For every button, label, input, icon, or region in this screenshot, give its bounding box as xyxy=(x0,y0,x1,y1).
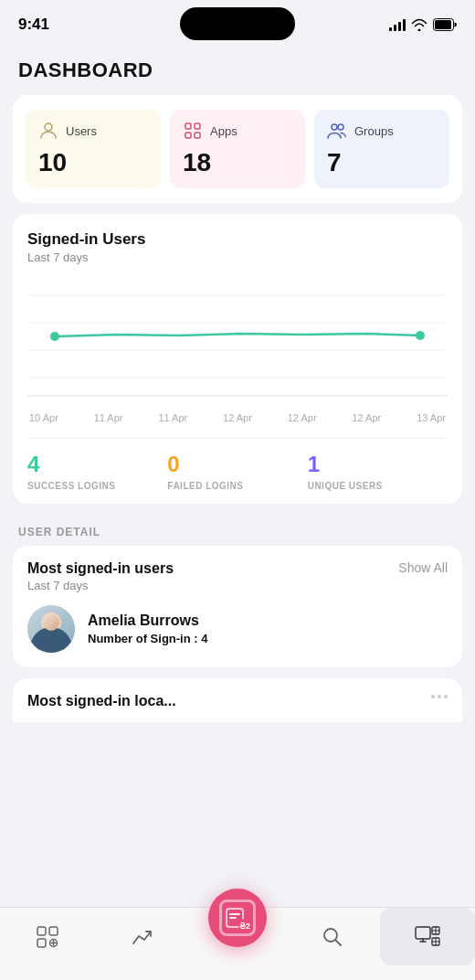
detail-card-title: Most signed-in users xyxy=(27,560,174,577)
user-name: Amelia Burrows xyxy=(88,612,207,629)
svg-rect-24 xyxy=(416,927,430,939)
detail-card-titles: Most signed-in users Last 7 days xyxy=(27,560,174,592)
tab-apps[interactable] xyxy=(0,908,95,965)
stats-cards: Users 10 Apps 18 xyxy=(13,95,462,203)
battery-icon xyxy=(433,18,457,31)
svg-point-15 xyxy=(416,331,425,340)
svg-point-14 xyxy=(50,332,59,341)
location-card-title: Most signed-in loca... xyxy=(27,693,448,709)
dot-3 xyxy=(444,695,448,698)
unique-users-value: 1 xyxy=(308,452,320,477)
svg-point-7 xyxy=(332,124,337,130)
tab-search[interactable] xyxy=(285,908,380,965)
show-all-button[interactable]: Show All xyxy=(398,560,448,575)
login-stats: 4 SUCCESS LOGINS 0 FAILED LOGINS 1 UNIQU… xyxy=(27,438,448,491)
chart-x-label-0: 10 Apr xyxy=(29,412,58,423)
failed-logins-label: FAILED LOGINS xyxy=(167,481,243,491)
avatar xyxy=(27,605,75,653)
chart-subtitle: Last 7 days xyxy=(27,250,448,264)
svg-rect-4 xyxy=(195,123,200,129)
detail-card-header: Most signed-in users Last 7 days Show Al… xyxy=(27,560,448,592)
dot-2 xyxy=(438,695,441,698)
dashboard-header: DASHBOARD xyxy=(0,49,475,95)
chart-x-label-5: 12 Apr xyxy=(352,412,381,423)
unique-users-stat: 1 UNIQUE USERS xyxy=(308,452,448,491)
dot-1 xyxy=(431,695,435,698)
most-signed-in-location-card: Most signed-in loca... xyxy=(13,678,462,722)
groups-value: 7 xyxy=(327,148,437,177)
users-label: Users xyxy=(66,124,97,138)
status-time: 9:41 xyxy=(18,16,49,34)
groups-stat-card[interactable]: Groups 7 xyxy=(314,110,449,188)
success-logins-label: SUCCESS LOGINS xyxy=(27,481,115,491)
user-row: Amelia Burrows Number of Sign-in : 4 xyxy=(27,605,448,653)
page-title: DASHBOARD xyxy=(18,59,457,82)
detail-card-subtitle: Last 7 days xyxy=(27,579,174,592)
status-icons xyxy=(389,18,457,31)
users-icon xyxy=(38,121,58,141)
svg-text:₴2: ₴2 xyxy=(239,921,250,931)
user-info: Amelia Burrows Number of Sign-in : 4 xyxy=(88,612,207,645)
users-card-header: Users xyxy=(38,121,148,141)
chart-x-label-4: 12 Apr xyxy=(288,412,317,423)
search-tab-icon xyxy=(321,925,344,949)
apps-stat-card[interactable]: Apps 18 xyxy=(170,110,305,188)
groups-card-header: Groups xyxy=(327,121,437,141)
user-signin-count: Number of Sign-in : 4 xyxy=(88,632,207,645)
svg-rect-5 xyxy=(185,133,191,138)
settings-tab-icon xyxy=(414,925,441,949)
apps-icon xyxy=(183,121,203,141)
users-value: 10 xyxy=(38,148,148,177)
chart-title: Signed-in Users xyxy=(27,230,448,249)
chart-x-labels: 10 Apr 11 Apr 11 Apr 12 Apr 12 Apr 12 Ap… xyxy=(27,412,448,423)
svg-line-23 xyxy=(335,940,341,945)
dots-menu[interactable] xyxy=(431,695,448,698)
groups-icon xyxy=(327,121,347,141)
dynamic-island xyxy=(180,7,295,40)
chart-svg xyxy=(27,277,448,405)
fab-icon: ₴2 xyxy=(219,900,256,936)
chart-x-label-2: 11 Apr xyxy=(158,412,187,423)
svg-rect-6 xyxy=(195,133,200,138)
chart-card: Signed-in Users Last 7 days 10 Apr 11 Ap… xyxy=(13,214,462,504)
users-stat-card[interactable]: Users 10 xyxy=(26,110,161,188)
svg-point-2 xyxy=(45,123,52,131)
signal-icon xyxy=(389,18,406,31)
failed-logins-stat: 0 FAILED LOGINS xyxy=(167,452,307,491)
apps-tab-icon xyxy=(36,925,59,949)
failed-logins-value: 0 xyxy=(167,452,179,477)
chart-x-label-1: 11 Apr xyxy=(94,412,123,423)
chart-area: 10 Apr 11 Apr 11 Apr 12 Apr 12 Apr 12 Ap… xyxy=(27,277,448,423)
groups-label: Groups xyxy=(354,124,394,138)
svg-rect-18 xyxy=(37,939,46,947)
tab-analytics[interactable] xyxy=(95,908,190,965)
apps-card-header: Apps xyxy=(183,121,292,141)
svg-rect-1 xyxy=(435,20,451,29)
svg-rect-3 xyxy=(185,123,191,129)
svg-point-8 xyxy=(338,124,343,130)
apps-value: 18 xyxy=(183,148,292,177)
wifi-icon xyxy=(411,18,428,31)
user-detail-section-label: USER DETAIL xyxy=(0,515,475,546)
tab-settings[interactable] xyxy=(380,908,475,965)
most-signed-in-card: Most signed-in users Last 7 days Show Al… xyxy=(13,546,462,667)
success-logins-value: 4 xyxy=(27,452,39,477)
unique-users-label: UNIQUE USERS xyxy=(308,481,383,491)
analytics-tab-icon xyxy=(131,925,154,949)
success-logins-stat: 4 SUCCESS LOGINS xyxy=(27,452,167,491)
apps-label: Apps xyxy=(210,124,238,138)
fab-button[interactable]: ₴2 xyxy=(208,889,267,947)
chart-x-label-3: 12 Apr xyxy=(223,412,252,423)
svg-rect-17 xyxy=(49,927,58,935)
chart-x-label-6: 13 Apr xyxy=(417,412,446,423)
svg-rect-16 xyxy=(37,927,46,935)
